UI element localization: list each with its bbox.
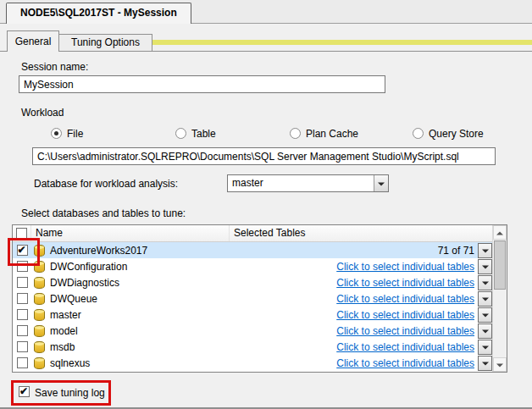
select-individual-tables-link[interactable]: Click to select individual tables bbox=[336, 341, 474, 353]
tables-dropdown-button[interactable] bbox=[478, 259, 492, 274]
save-tuning-log-checkbox[interactable] bbox=[19, 386, 30, 397]
table-row-master[interactable]: master Click to select individual tables bbox=[13, 307, 492, 323]
selected-tables-count: 71 of 71 bbox=[438, 245, 474, 257]
grid-header: Name Selected Tables bbox=[13, 225, 492, 242]
tab-accent-bar bbox=[152, 40, 532, 45]
database-name: master bbox=[50, 309, 81, 321]
database-icon bbox=[34, 293, 45, 305]
row-checkbox[interactable] bbox=[17, 245, 28, 256]
select-individual-tables-link[interactable]: Click to select individual tables bbox=[336, 325, 474, 337]
workload-radio-table[interactable] bbox=[175, 128, 186, 139]
tables-dropdown-button[interactable] bbox=[478, 243, 492, 258]
workload-group-label: Workload bbox=[21, 107, 64, 119]
tab-general[interactable]: General bbox=[7, 30, 59, 52]
table-row-dwqueue[interactable]: DWQueue Click to select individual table… bbox=[13, 290, 492, 307]
chevron-down-icon bbox=[482, 313, 489, 317]
table-row-dwdiagnostics[interactable]: DWDiagnostics Click to select individual… bbox=[13, 274, 492, 290]
database-name: AdventureWorks2017 bbox=[50, 245, 147, 257]
tables-dropdown-button[interactable] bbox=[478, 323, 492, 339]
database-for-analysis-value: master bbox=[232, 177, 263, 189]
chevron-up-icon bbox=[496, 231, 503, 235]
chevron-down-icon bbox=[496, 363, 503, 367]
chevron-down-icon bbox=[482, 297, 489, 301]
tuning-advisor-window: NODE5\SQL2017ST - MySession General Tuni… bbox=[0, 0, 532, 409]
select-individual-tables-link[interactable]: Click to select individual tables bbox=[336, 357, 474, 369]
workload-radio-query-store[interactable] bbox=[413, 128, 424, 139]
chevron-down-icon bbox=[482, 265, 489, 268]
database-name: msdb bbox=[50, 341, 75, 353]
select-individual-tables-link[interactable]: Click to select individual tables bbox=[336, 293, 474, 305]
database-name: DWQueue bbox=[50, 293, 97, 305]
database-icon bbox=[34, 341, 45, 353]
row-checkbox[interactable] bbox=[17, 357, 28, 368]
database-icon bbox=[34, 277, 45, 289]
table-row-dwconfiguration[interactable]: DWConfiguration Click to select individu… bbox=[13, 258, 492, 274]
row-checkbox[interactable] bbox=[17, 277, 28, 288]
grid-scrollbar[interactable] bbox=[492, 225, 507, 372]
database-icon bbox=[34, 309, 45, 321]
database-for-analysis-combobox[interactable]: master bbox=[227, 174, 389, 192]
database-icon bbox=[34, 325, 45, 337]
chevron-down-icon bbox=[482, 345, 489, 349]
database-name: DWConfiguration bbox=[50, 261, 127, 273]
select-individual-tables-link[interactable]: Click to select individual tables bbox=[336, 309, 474, 321]
select-individual-tables-link[interactable]: Click to select individual tables bbox=[336, 261, 474, 273]
workload-radio-table-label: Table bbox=[191, 128, 216, 140]
chevron-down-icon bbox=[482, 362, 489, 365]
table-row-model[interactable]: model Click to select individual tables bbox=[13, 323, 492, 339]
database-name: model bbox=[50, 325, 78, 337]
workload-radio-file[interactable] bbox=[51, 128, 62, 139]
column-header-selected-tables[interactable]: Selected Tables bbox=[230, 225, 492, 241]
scroll-down-button[interactable] bbox=[493, 357, 507, 372]
workload-radio-plan-cache[interactable] bbox=[290, 128, 301, 139]
row-checkbox[interactable] bbox=[17, 325, 28, 336]
row-checkbox[interactable] bbox=[17, 341, 28, 352]
database-name: sqlnexus bbox=[50, 357, 90, 369]
select-individual-tables-link[interactable]: Click to select individual tables bbox=[336, 277, 474, 289]
tab-tuning-options[interactable]: Tuning Options bbox=[59, 34, 152, 51]
tables-dropdown-button[interactable] bbox=[478, 356, 492, 371]
workload-file-path-input[interactable] bbox=[32, 147, 496, 165]
database-name: DWDiagnostics bbox=[50, 277, 119, 289]
tables-dropdown-button[interactable] bbox=[478, 275, 492, 290]
database-icon bbox=[34, 245, 45, 257]
tab-tuning-options-label: Tuning Options bbox=[71, 36, 140, 48]
tables-dropdown-button[interactable] bbox=[478, 340, 492, 355]
chevron-down-icon bbox=[482, 281, 489, 285]
chevron-down-icon bbox=[482, 329, 489, 333]
row-checkbox[interactable] bbox=[17, 309, 28, 320]
grid-body: AdventureWorks2017 71 of 71 DWConfigurat… bbox=[13, 242, 492, 372]
table-row-adventureworks2017[interactable]: AdventureWorks2017 71 of 71 bbox=[13, 242, 492, 258]
row-checkbox[interactable] bbox=[17, 261, 28, 272]
workload-radio-plan-cache-label: Plan Cache bbox=[306, 128, 358, 140]
workload-radio-file-label: File bbox=[67, 128, 83, 140]
select-all-checkbox[interactable] bbox=[16, 228, 27, 239]
database-icon bbox=[34, 261, 45, 273]
scroll-up-button[interactable] bbox=[493, 225, 507, 240]
tables-dropdown-button[interactable] bbox=[478, 307, 492, 323]
database-for-analysis-label: Database for workload analysis: bbox=[34, 178, 178, 190]
session-name-label: Session name: bbox=[21, 61, 88, 73]
save-tuning-log-label: Save tuning log bbox=[35, 387, 105, 399]
table-row-msdb[interactable]: msdb Click to select individual tables bbox=[13, 339, 492, 355]
session-document-tab-label: NODE5\SQL2017ST - MySession bbox=[20, 7, 177, 19]
workload-radio-query-store-label: Query Store bbox=[429, 128, 484, 140]
combobox-drop-button[interactable] bbox=[374, 175, 388, 191]
tab-general-label: General bbox=[15, 36, 52, 47]
tune-grid-caption: Select databases and tables to tune: bbox=[21, 207, 186, 219]
database-icon bbox=[34, 357, 45, 369]
column-header-name[interactable]: Name bbox=[31, 225, 230, 241]
tables-dropdown-button[interactable] bbox=[478, 291, 492, 307]
chevron-down-icon bbox=[378, 182, 385, 185]
session-document-tab[interactable]: NODE5\SQL2017ST - MySession bbox=[6, 3, 191, 24]
chevron-down-icon bbox=[482, 249, 489, 252]
row-checkbox[interactable] bbox=[17, 293, 28, 304]
table-row-sqlnexus[interactable]: sqlnexus Click to select individual tabl… bbox=[13, 355, 492, 371]
scrollbar-thumb[interactable] bbox=[494, 240, 506, 290]
session-name-input[interactable] bbox=[19, 75, 385, 93]
databases-grid: Name Selected Tables AdventureWorks2017 … bbox=[12, 224, 507, 373]
